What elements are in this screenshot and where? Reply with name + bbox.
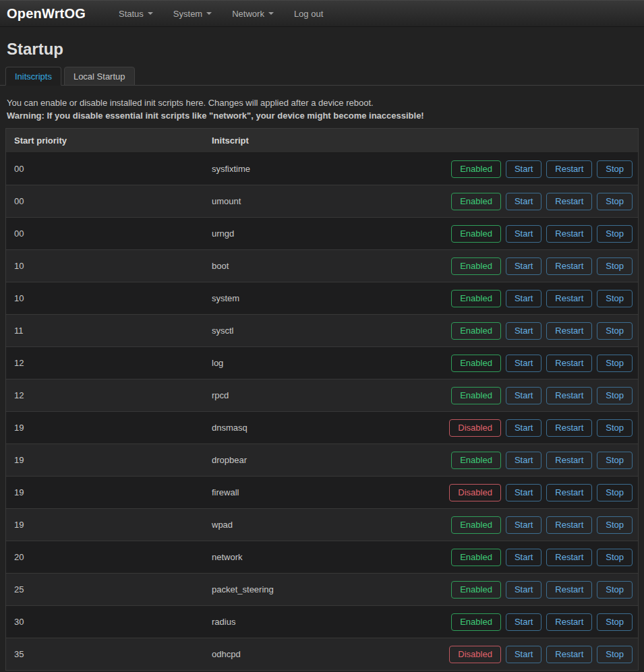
initscript-name: umount bbox=[210, 196, 433, 206]
enable-disable-toggle-button[interactable]: Enabled bbox=[451, 193, 501, 210]
start-priority-value: 19 bbox=[6, 423, 210, 433]
nav-item-system[interactable]: System bbox=[163, 1, 222, 26]
stop-button[interactable]: Stop bbox=[597, 581, 633, 599]
stop-button[interactable]: Stop bbox=[597, 549, 633, 566]
start-button[interactable]: Start bbox=[506, 549, 541, 566]
restart-button[interactable]: Restart bbox=[546, 646, 592, 663]
stop-button[interactable]: Stop bbox=[597, 322, 633, 340]
enable-disable-toggle-button[interactable]: Enabled bbox=[451, 160, 501, 178]
nav-item-network[interactable]: Network bbox=[222, 1, 284, 26]
tab-local-startup[interactable]: Local Startup bbox=[64, 67, 135, 86]
restart-button[interactable]: Restart bbox=[546, 225, 592, 243]
start-button[interactable]: Start bbox=[506, 290, 541, 307]
stop-button[interactable]: Stop bbox=[597, 484, 633, 501]
row-actions: Enabled Start Restart Stop bbox=[433, 452, 638, 469]
nav-item-logout[interactable]: Log out bbox=[284, 1, 333, 26]
restart-button[interactable]: Restart bbox=[546, 322, 592, 340]
table-row: 00 urngd Enabled Start Restart Stop bbox=[6, 218, 638, 250]
enable-disable-toggle-button[interactable]: Enabled bbox=[451, 387, 501, 404]
enable-disable-toggle-button[interactable]: Enabled bbox=[451, 355, 501, 372]
stop-button[interactable]: Stop bbox=[597, 419, 633, 437]
start-button[interactable]: Start bbox=[506, 581, 541, 599]
start-priority-value: 19 bbox=[6, 487, 210, 497]
start-button[interactable]: Start bbox=[506, 646, 541, 663]
stop-button[interactable]: Stop bbox=[597, 452, 633, 469]
start-button[interactable]: Start bbox=[506, 387, 541, 404]
restart-button[interactable]: Restart bbox=[546, 484, 592, 501]
top-navbar: OpenWrtOG Status System Network Log out bbox=[0, 0, 644, 27]
stop-button[interactable]: Stop bbox=[597, 355, 633, 372]
initscript-name: dnsmasq bbox=[210, 423, 433, 433]
table-row: 10 boot Enabled Start Restart Stop bbox=[6, 250, 638, 282]
enable-disable-toggle-button[interactable]: Enabled bbox=[451, 452, 501, 469]
stop-button[interactable]: Stop bbox=[597, 387, 633, 404]
nav-item-status[interactable]: Status bbox=[109, 1, 163, 26]
table-header-row: Start priority Initscript bbox=[6, 129, 638, 153]
nav-item-label: Status bbox=[119, 9, 144, 19]
initscript-name: firewall bbox=[210, 487, 433, 497]
start-button[interactable]: Start bbox=[506, 484, 541, 501]
enable-disable-toggle-button[interactable]: Enabled bbox=[451, 613, 501, 631]
restart-button[interactable]: Restart bbox=[546, 419, 592, 437]
enable-disable-toggle-button[interactable]: Enabled bbox=[451, 322, 501, 340]
row-actions: Enabled Start Restart Stop bbox=[433, 581, 638, 599]
start-button[interactable]: Start bbox=[506, 516, 541, 534]
start-priority-value: 12 bbox=[6, 358, 210, 368]
table-row: 19 dnsmasq Disabled Start Restart Stop bbox=[6, 412, 638, 444]
restart-button[interactable]: Restart bbox=[546, 387, 592, 404]
start-button[interactable]: Start bbox=[506, 257, 541, 275]
stop-button[interactable]: Stop bbox=[597, 646, 633, 663]
start-button[interactable]: Start bbox=[506, 452, 541, 469]
brand-logo[interactable]: OpenWrtOG bbox=[0, 6, 92, 22]
table-row: 20 network Enabled Start Restart Stop bbox=[6, 541, 638, 574]
start-button[interactable]: Start bbox=[506, 322, 541, 340]
start-button[interactable]: Start bbox=[506, 193, 541, 210]
stop-button[interactable]: Stop bbox=[597, 290, 633, 307]
restart-button[interactable]: Restart bbox=[546, 193, 592, 210]
stop-button[interactable]: Stop bbox=[597, 516, 633, 534]
enable-disable-toggle-button[interactable]: Disabled bbox=[449, 419, 501, 437]
tab-bar: Initscripts Local Startup bbox=[0, 67, 644, 86]
enable-disable-toggle-button[interactable]: Enabled bbox=[451, 549, 501, 566]
enable-disable-toggle-button[interactable]: Disabled bbox=[449, 646, 501, 663]
restart-button[interactable]: Restart bbox=[546, 160, 592, 178]
stop-button[interactable]: Stop bbox=[597, 225, 633, 243]
restart-button[interactable]: Restart bbox=[546, 290, 592, 307]
chevron-down-icon bbox=[206, 12, 212, 15]
restart-button[interactable]: Restart bbox=[546, 581, 592, 599]
enable-disable-toggle-button[interactable]: Enabled bbox=[451, 257, 501, 275]
tab-initscripts[interactable]: Initscripts bbox=[5, 67, 61, 86]
start-button[interactable]: Start bbox=[506, 355, 541, 372]
table-row: 12 log Enabled Start Restart Stop bbox=[6, 347, 638, 379]
nav-item-label: Log out bbox=[294, 9, 323, 19]
restart-button[interactable]: Restart bbox=[546, 549, 592, 566]
start-priority-value: 25 bbox=[6, 584, 210, 594]
restart-button[interactable]: Restart bbox=[546, 613, 592, 631]
restart-button[interactable]: Restart bbox=[546, 257, 592, 275]
table-row: 19 dropbear Enabled Start Restart Stop bbox=[6, 444, 638, 477]
start-button[interactable]: Start bbox=[506, 225, 541, 243]
column-header-initscript: Initscript bbox=[210, 135, 433, 146]
start-priority-value: 00 bbox=[6, 164, 210, 174]
restart-button[interactable]: Restart bbox=[546, 452, 592, 469]
start-priority-value: 35 bbox=[6, 649, 210, 659]
restart-button[interactable]: Restart bbox=[546, 355, 592, 372]
stop-button[interactable]: Stop bbox=[597, 257, 633, 275]
stop-button[interactable]: Stop bbox=[597, 613, 633, 631]
enable-disable-toggle-button[interactable]: Enabled bbox=[451, 516, 501, 534]
start-button[interactable]: Start bbox=[506, 419, 541, 437]
stop-button[interactable]: Stop bbox=[597, 160, 633, 178]
start-button[interactable]: Start bbox=[506, 160, 541, 178]
enable-disable-toggle-button[interactable]: Enabled bbox=[451, 581, 501, 599]
start-button[interactable]: Start bbox=[506, 613, 541, 631]
row-actions: Enabled Start Restart Stop bbox=[433, 290, 638, 307]
enable-disable-toggle-button[interactable]: Disabled bbox=[449, 484, 501, 501]
nav-item-label: System bbox=[173, 9, 202, 19]
initscript-name: system bbox=[210, 293, 433, 303]
warning-text: Warning: If you disable essential init s… bbox=[7, 109, 637, 122]
enable-disable-toggle-button[interactable]: Enabled bbox=[451, 290, 501, 307]
stop-button[interactable]: Stop bbox=[597, 193, 633, 210]
initscript-name: sysctl bbox=[210, 326, 433, 336]
enable-disable-toggle-button[interactable]: Enabled bbox=[451, 225, 501, 243]
restart-button[interactable]: Restart bbox=[546, 516, 592, 534]
